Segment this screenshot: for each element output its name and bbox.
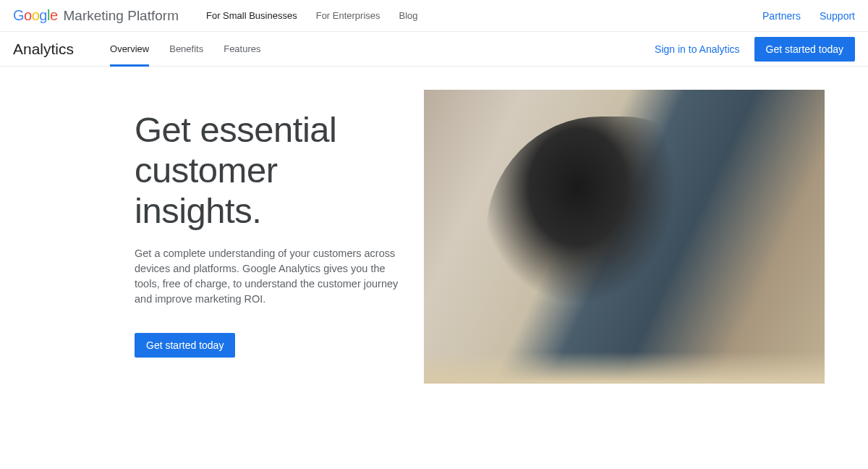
top-nav-links: For Small Businesses For Enterprises Blo… bbox=[206, 10, 418, 21]
nav-blog[interactable]: Blog bbox=[399, 10, 418, 21]
tab-overview[interactable]: Overview bbox=[110, 32, 149, 66]
top-nav-right: Partners Support bbox=[762, 10, 855, 22]
tab-features[interactable]: Features bbox=[224, 32, 260, 66]
signin-link[interactable]: Sign in to Analytics bbox=[655, 43, 740, 55]
brand-logo[interactable]: Google Marketing Platform bbox=[13, 7, 179, 24]
sub-nav: Analytics Overview Benefits Features Sig… bbox=[0, 32, 868, 67]
hero-get-started-button[interactable]: Get started today bbox=[135, 333, 235, 358]
hero-description: Get a complete understanding of your cus… bbox=[135, 246, 402, 307]
sub-nav-right: Sign in to Analytics Get started today bbox=[655, 37, 855, 62]
product-name: Analytics bbox=[13, 41, 74, 58]
hero-section: Get essential customer insights. Get a c… bbox=[0, 90, 868, 384]
nav-enterprises[interactable]: For Enterprises bbox=[316, 10, 380, 21]
support-link[interactable]: Support bbox=[820, 10, 855, 22]
platform-title: Marketing Platform bbox=[64, 8, 179, 24]
get-started-button[interactable]: Get started today bbox=[754, 37, 855, 62]
google-logo-icon: Google bbox=[13, 7, 58, 24]
partners-link[interactable]: Partners bbox=[762, 10, 801, 22]
top-nav: Google Marketing Platform For Small Busi… bbox=[0, 0, 868, 32]
nav-small-businesses[interactable]: For Small Businesses bbox=[206, 10, 297, 21]
hero-card: Get essential customer insights. Get a c… bbox=[135, 90, 424, 384]
hero-title: Get essential customer insights. bbox=[135, 110, 407, 232]
sub-tabs: Overview Benefits Features bbox=[110, 32, 260, 66]
tab-benefits[interactable]: Benefits bbox=[169, 32, 203, 66]
